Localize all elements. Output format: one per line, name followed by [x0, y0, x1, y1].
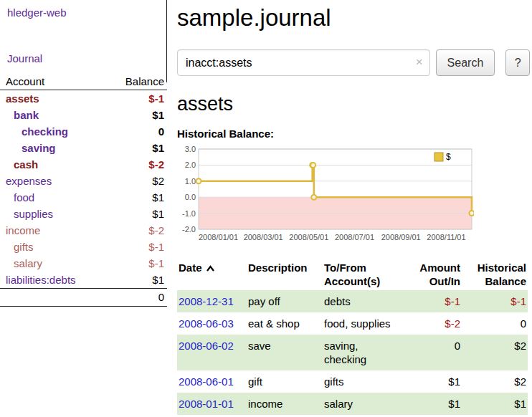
y-tick-label: 1.0 — [185, 177, 196, 186]
data-point-marker — [310, 163, 315, 168]
account-row: cash $-2 — [0, 156, 167, 173]
register-cell-accounts: food, supplies — [323, 312, 400, 335]
register-date-link[interactable]: 2008-06-01 — [179, 375, 234, 388]
account-link[interactable]: cash — [0, 156, 38, 173]
account-link[interactable]: food — [0, 189, 34, 206]
account-row: liabilities:debts $1 — [0, 272, 167, 288]
nav-journal-link[interactable]: Journal — [7, 52, 167, 64]
register-cell-balance: $2 — [462, 335, 528, 370]
balance-column-header: Balance — [125, 75, 164, 87]
account-rows: assets $-1 bank $1 checking 0 saving $1 … — [0, 90, 167, 288]
x-tick-label: 2008/05/01 — [289, 233, 328, 241]
account-link[interactable]: expenses — [0, 173, 52, 189]
register-cell-description: gift — [247, 370, 323, 393]
account-row: gifts $-1 — [0, 239, 167, 255]
y-tick-label: -1.0 — [182, 209, 196, 218]
account-link[interactable]: income — [0, 222, 40, 239]
account-link[interactable]: saving — [0, 140, 56, 156]
y-tick-label: 2.0 — [185, 160, 196, 169]
account-balance: $2 — [152, 173, 164, 189]
account-link[interactable]: salary — [0, 255, 42, 272]
register-cell-amount: $1 — [400, 370, 462, 393]
accounts-total: 0 — [0, 288, 167, 307]
search-input[interactable] — [177, 49, 430, 76]
account-balance: $-1 — [148, 255, 164, 272]
account-row: saving $1 — [0, 140, 167, 156]
register-cell-balance: $-1 — [462, 290, 528, 312]
balance-chart: 3.02.01.00.0-1.0-2.02008/01/012008/03/01… — [177, 143, 474, 248]
search-button[interactable]: Search — [436, 49, 495, 76]
register-table: Date Description To/From Account(s) Amou… — [177, 259, 528, 415]
register-header-date[interactable]: Date — [177, 259, 247, 290]
account-balance: $1 — [152, 140, 164, 156]
register-body: 2008-12-31 pay off debts $-1 $-1 2008-06… — [177, 290, 528, 415]
sidebar-main-divider — [166, 0, 167, 82]
register-date-link[interactable]: 2008-06-02 — [179, 340, 234, 352]
register-cell-accounts: salary — [323, 393, 400, 415]
account-link[interactable]: supplies — [0, 206, 53, 222]
register-row: 2008-06-03 eat & shop food, supplies $-2… — [177, 312, 528, 335]
account-link[interactable]: liabilities:debts — [0, 272, 76, 288]
x-tick-label: 2008/09/01 — [381, 233, 421, 241]
main-content: sample.journal × Search ? assets Histori… — [177, 0, 530, 415]
account-row: food $1 — [0, 189, 167, 206]
register-cell-amount: 0 — [400, 335, 462, 370]
account-row: salary $-1 — [0, 255, 167, 272]
register-cell-date: 2008-06-02 — [177, 335, 247, 370]
register-header-row: Date Description To/From Account(s) Amou… — [177, 259, 528, 290]
account-row: assets $-1 — [0, 90, 167, 107]
section-title: assets — [177, 93, 530, 115]
register-cell-description: eat & shop — [247, 312, 323, 335]
register-cell-accounts: saving, checking — [323, 335, 400, 370]
register-cell-accounts: debts — [323, 290, 400, 312]
account-row: income $-2 — [0, 222, 167, 239]
search-box: × — [177, 49, 430, 76]
register-date-link[interactable]: 2008-06-03 — [179, 317, 234, 330]
x-tick-label: 2008/01/01 — [199, 233, 238, 241]
account-row: bank $1 — [0, 107, 167, 123]
register-cell-accounts: gifts — [323, 370, 400, 393]
chart-label: Historical Balance: — [177, 128, 530, 140]
account-column-header: Account — [6, 75, 44, 87]
register-cell-balance: $2 — [462, 370, 528, 393]
register-date-link[interactable]: 2008-12-31 — [179, 295, 234, 307]
account-link[interactable]: checking — [0, 123, 68, 140]
y-tick-label: 3.0 — [185, 145, 196, 153]
account-link[interactable]: gifts — [0, 239, 34, 255]
brand-link[interactable]: hledger-web — [7, 6, 167, 19]
account-balance: $-1 — [148, 90, 164, 107]
register-cell-amount: $-2 — [400, 312, 462, 335]
x-tick-label: 2008/03/01 — [244, 233, 283, 241]
account-balance: $-1 — [148, 239, 164, 255]
account-row: supplies $1 — [0, 206, 167, 222]
register-date-link[interactable]: 2008-01-01 — [179, 398, 234, 410]
chart: 3.02.01.00.0-1.0-2.02008/01/012008/03/01… — [177, 143, 530, 250]
register-row: 2008-12-31 pay off debts $-1 $-1 — [177, 290, 528, 312]
register-cell-balance: $1 — [462, 393, 528, 415]
register-cell-amount: $1 — [400, 393, 462, 415]
register-header-balance: Historical Balance — [462, 259, 528, 290]
accounts-table-header: Account Balance — [0, 75, 167, 90]
account-balance: 0 — [158, 123, 164, 140]
register-header-description: Description — [247, 259, 323, 290]
register-cell-description: pay off — [247, 290, 323, 312]
x-tick-label: 2008/07/01 — [335, 233, 374, 241]
register-cell-balance: 0 — [462, 312, 528, 335]
register-cell-date: 2008-06-03 — [177, 312, 247, 335]
clear-search-icon[interactable]: × — [416, 55, 423, 70]
register-header-accounts: To/From Account(s) — [323, 259, 400, 290]
register-header-amount: Amount Out/In — [400, 259, 462, 290]
page-title: sample.journal — [177, 4, 530, 32]
account-row: checking 0 — [0, 123, 167, 140]
register-header-date-label: Date — [179, 262, 202, 274]
account-link[interactable]: assets — [0, 90, 39, 107]
account-balance: $-2 — [148, 156, 164, 173]
data-point-marker — [196, 178, 201, 183]
search-row: × Search ? — [177, 49, 530, 76]
register-row: 2008-06-01 gift gifts $1 $2 — [177, 370, 528, 393]
x-tick-label: 2008/11/01 — [427, 233, 465, 241]
y-tick-label: 0.0 — [185, 193, 196, 201]
help-button[interactable]: ? — [505, 49, 530, 76]
legend-label: $ — [446, 152, 451, 162]
account-link[interactable]: bank — [0, 107, 39, 123]
